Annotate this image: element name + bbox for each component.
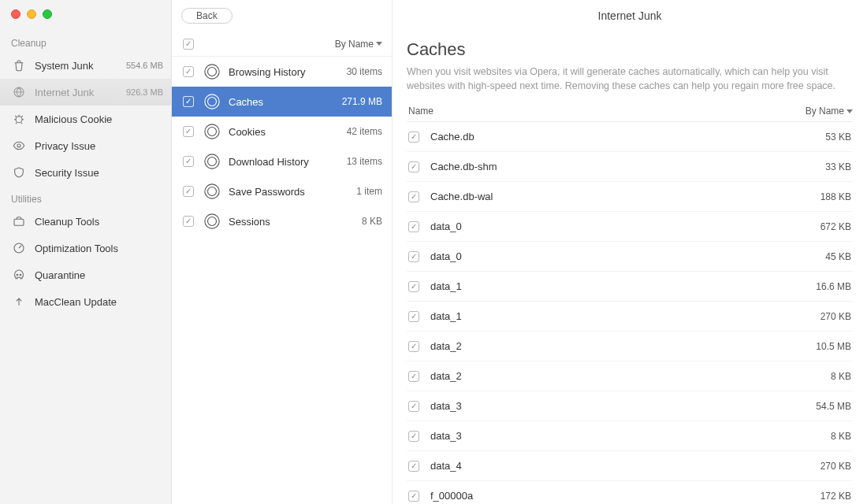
select-all-categories-checkbox[interactable] [183, 39, 194, 50]
category-row-save-passwords[interactable]: Save Passwords1 item [172, 176, 392, 206]
file-checkbox[interactable] [408, 491, 419, 502]
sidebar-item-macclean-update[interactable]: MacClean Update [0, 288, 171, 315]
sidebar-item-label: Internet Junk [35, 87, 126, 98]
svg-point-9 [205, 94, 219, 109]
sidebar-item-system-junk[interactable]: System Junk554.6 MB [0, 52, 171, 79]
sidebar-item-privacy-issue[interactable]: Privacy Issue [0, 132, 171, 159]
close-window-button[interactable] [11, 9, 20, 19]
opera-icon [203, 183, 221, 200]
update-icon [11, 295, 27, 308]
file-checkbox[interactable] [408, 371, 419, 382]
column-name-header: Name [407, 106, 806, 117]
file-checkbox[interactable] [408, 251, 419, 262]
category-checkbox[interactable] [183, 186, 194, 197]
category-row-sessions[interactable]: Sessions8 KB [172, 206, 392, 236]
file-size: 172 KB [820, 491, 851, 502]
category-row-cookies[interactable]: Cookies42 items [172, 117, 392, 146]
category-checkbox[interactable] [183, 66, 194, 77]
file-row[interactable]: data_0672 KB [407, 212, 853, 242]
sidebar-item-optimization-tools[interactable]: Optimization Tools [0, 235, 171, 261]
category-checkbox[interactable] [183, 156, 194, 167]
file-row[interactable]: Cache.db53 KB [407, 122, 853, 152]
file-row[interactable]: data_38 KB [407, 421, 853, 451]
file-row[interactable]: Cache.db-wal188 KB [407, 182, 853, 212]
file-row[interactable]: data_045 KB [407, 242, 853, 272]
file-row[interactable]: data_1270 KB [407, 302, 853, 332]
category-checkbox[interactable] [183, 96, 194, 107]
file-row[interactable]: Cache.db-shm33 KB [407, 152, 853, 182]
file-row[interactable]: data_4270 KB [407, 451, 853, 481]
file-row[interactable]: data_210.5 MB [407, 332, 853, 361]
back-button[interactable]: Back [181, 8, 233, 24]
file-sort-dropdown[interactable]: By Name [806, 106, 853, 117]
file-row[interactable]: f_00000a172 KB [407, 481, 853, 504]
zoom-window-button[interactable] [43, 9, 52, 19]
file-checkbox[interactable] [408, 401, 419, 412]
file-checkbox[interactable] [408, 132, 419, 143]
file-size: 672 KB [820, 221, 851, 232]
opera-icon [203, 153, 221, 170]
sidebar-item-internet-junk[interactable]: Internet Junk926.3 MB [0, 79, 171, 106]
file-name: Cache.db-wal [430, 191, 820, 202]
file-list-header: Name By Name [407, 101, 853, 122]
file-name: data_4 [430, 460, 820, 472]
file-size: 10.5 MB [816, 341, 851, 352]
minimize-window-button[interactable] [27, 9, 36, 19]
svg-point-5 [17, 274, 18, 276]
trash-icon [11, 59, 27, 72]
svg-point-7 [205, 65, 219, 79]
sidebar-item-label: Optimization Tools [35, 243, 163, 254]
file-checkbox[interactable] [408, 281, 419, 292]
file-row[interactable]: data_28 KB [407, 361, 853, 391]
sidebar-item-malicious-cookie[interactable]: Malicious Cookie [0, 106, 171, 132]
sidebar: CleanupSystem Junk554.6 MBInternet Junk9… [0, 0, 172, 504]
category-name: Sessions [229, 216, 362, 228]
file-row[interactable]: data_354.5 MB [407, 391, 853, 421]
svg-point-6 [20, 274, 21, 276]
category-value: 271.9 MB [342, 96, 382, 107]
category-name: Download History [229, 156, 347, 168]
svg-point-10 [208, 98, 217, 106]
file-checkbox[interactable] [408, 161, 419, 172]
category-sort-dropdown[interactable]: By Name [335, 39, 382, 50]
file-name: data_1 [430, 310, 820, 322]
file-checkbox[interactable] [408, 221, 419, 232]
toolbox-icon [11, 215, 27, 228]
sidebar-item-security-issue[interactable]: Security Issue [0, 159, 171, 186]
file-checkbox[interactable] [408, 191, 419, 202]
sidebar-item-label: Cleanup Tools [35, 216, 163, 228]
svg-point-17 [205, 214, 219, 228]
file-name: data_3 [430, 430, 831, 442]
category-row-browsing-history[interactable]: Browsing History30 items [172, 57, 392, 87]
file-checkbox[interactable] [408, 431, 419, 442]
category-topbar: Back [172, 0, 392, 32]
svg-point-18 [208, 217, 217, 226]
category-checkbox[interactable] [183, 126, 194, 137]
file-checkbox[interactable] [408, 461, 419, 472]
file-checkbox[interactable] [408, 311, 419, 322]
file-list[interactable]: Cache.db53 KBCache.db-shm33 KBCache.db-w… [407, 122, 853, 504]
file-checkbox[interactable] [408, 341, 419, 352]
category-name: Browsing History [229, 66, 347, 78]
file-name: data_1 [430, 280, 816, 292]
file-size: 54.5 MB [816, 401, 851, 412]
app-window: CleanupSystem Junk554.6 MBInternet Junk9… [0, 0, 867, 504]
sidebar-item-label: MacClean Update [35, 296, 163, 308]
file-size: 270 KB [820, 311, 851, 322]
svg-point-2 [17, 144, 20, 147]
category-value: 42 items [347, 126, 382, 137]
svg-point-16 [208, 187, 217, 196]
file-row[interactable]: data_116.6 MB [407, 272, 853, 302]
category-checkbox[interactable] [183, 216, 194, 227]
file-name: data_3 [430, 400, 816, 412]
gauge-icon [11, 242, 27, 254]
category-row-download-history[interactable]: Download History13 items [172, 146, 392, 176]
file-size: 270 KB [820, 461, 851, 472]
sidebar-item-quarantine[interactable]: Quarantine [0, 261, 171, 288]
file-name: Cache.db-shm [430, 161, 825, 172]
sidebar-item-label: Quarantine [35, 269, 163, 281]
svg-point-8 [208, 68, 217, 76]
category-row-caches[interactable]: Caches271.9 MB [172, 87, 392, 117]
skull-icon [11, 269, 27, 281]
sidebar-item-cleanup-tools[interactable]: Cleanup Tools [0, 208, 171, 235]
